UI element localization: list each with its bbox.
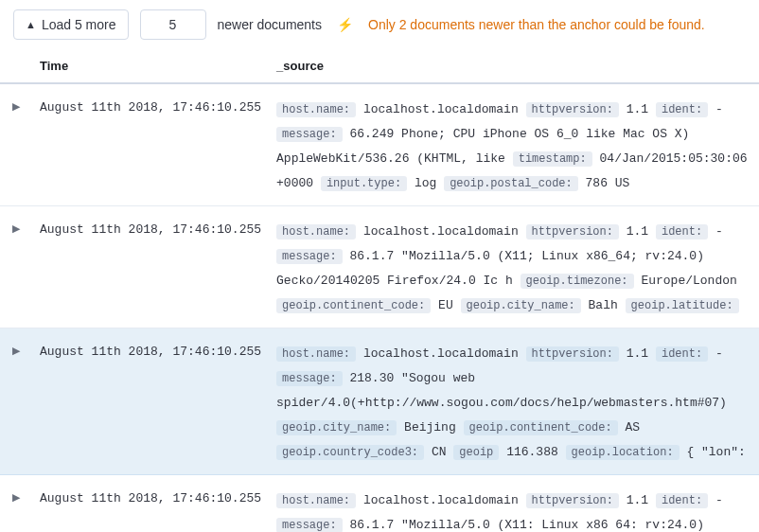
field-geoip-continent-code: geoip.continent_code: [276,298,431,313]
field-geoip-city-name: geoip.city_name: [461,298,581,313]
header-toggle [0,49,32,83]
field-ident: ident: [656,346,708,362]
expand-row-toggle[interactable]: ▶ [0,83,32,206]
anchor-warning-text: Only 2 documents newer than the anchor c… [368,17,705,32]
table-row: ▶ August 11th 2018, 17:46:10.255 host.na… [0,83,759,206]
chevron-up-icon: ▲ [26,19,36,30]
time-value: August 11th 2018, 17:46:10.255 [32,206,269,328]
field-host-name: host.name: [276,346,356,362]
expand-row-toggle[interactable]: ▶ [0,206,32,328]
field-httpversion: httpversion: [526,102,619,117]
table-row-anchor: ▶ August 11th 2018, 17:46:10.255 host.na… [0,328,759,475]
field-geoip-location: geoip.location: [566,445,680,460]
source-summary: host.name: localhost.localdomain httpver… [269,475,759,533]
field-geoip-continent-code: geoip.continent_code: [464,420,618,435]
expand-row-toggle[interactable]: ▶ [0,328,32,475]
field-timestamp: timestamp: [513,151,592,167]
field-host-name: host.name: [276,493,356,508]
header-time[interactable]: Time [32,49,269,83]
field-ident: ident: [656,224,708,239]
field-httpversion: httpversion: [526,224,619,239]
load-more-label: Load 5 more [42,17,116,32]
field-ident: ident: [656,102,708,117]
field-httpversion: httpversion: [526,346,619,362]
field-message: message: [276,518,343,532]
field-host-name: host.name: [276,224,356,239]
time-value: August 11th 2018, 17:46:10.255 [32,83,269,206]
field-message: message: [276,249,343,264]
table-row: ▶ August 11th 2018, 17:46:10.255 host.na… [0,206,759,328]
header-source[interactable]: _source [269,49,759,83]
source-summary: host.name: localhost.localdomain httpver… [269,206,759,328]
field-geoip-latitude: geoip.latitude: [626,298,739,313]
field-host-name: host.name: [276,102,356,117]
time-value: August 11th 2018, 17:46:10.255 [32,475,269,533]
field-httpversion: httpversion: [526,493,619,508]
load-count-input[interactable] [140,9,206,40]
field-geoip-country-code3: geoip.country_code3: [276,445,424,460]
field-message: message: [276,371,343,386]
load-more-newer-button[interactable]: ▲ Load 5 more [13,9,129,40]
time-value: August 11th 2018, 17:46:10.255 [32,328,269,475]
field-geoip-timezone: geoip.timezone: [521,274,634,289]
expand-row-toggle[interactable]: ▶ [0,475,32,533]
newer-documents-text: newer documents [218,17,323,32]
table-row: ▶ August 11th 2018, 17:46:10.255 host.na… [0,475,759,533]
field-message: message: [276,127,343,142]
field-geoip-tail: geoip [453,445,499,460]
surrounding-docs-bar: ▲ Load 5 more newer documents ⚡ Only 2 d… [0,0,759,49]
field-geoip-city-name: geoip.city_name: [276,420,397,435]
source-summary: host.name: localhost.localdomain httpver… [269,328,759,475]
field-ident: ident: [656,493,708,508]
field-input-type: input.type: [321,176,407,191]
documents-table: Time _source ▶ August 11th 2018, 17:46:1… [0,49,759,532]
source-summary: host.name: localhost.localdomain httpver… [269,83,759,206]
lightning-icon: ⚡ [337,17,353,32]
field-geoip-postal-code: geoip.postal_code: [444,176,578,191]
